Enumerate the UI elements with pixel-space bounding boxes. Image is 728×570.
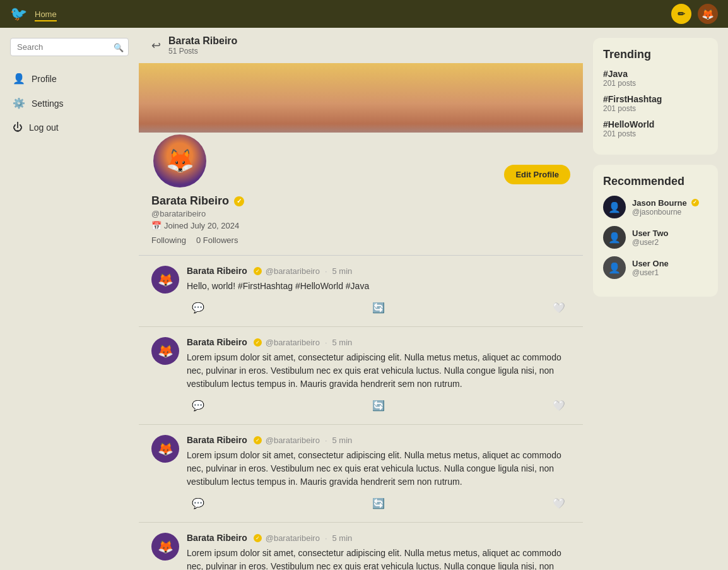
rec-user-info: User One @user1 <box>632 259 669 277</box>
comment-button[interactable]: 💬 <box>187 495 209 512</box>
post-time: 5 min <box>332 338 353 347</box>
recommended-user-item[interactable]: 👤 User Two @user2 <box>603 226 708 249</box>
trending-count: 201 posts <box>603 129 708 138</box>
post-avatar: 🦊 <box>151 337 179 365</box>
profile-avatar: 🦊 <box>151 133 208 189</box>
trending-hashtag: #HelloWorld <box>603 119 708 129</box>
trending-item[interactable]: #HelloWorld 201 posts <box>603 119 708 138</box>
followers-stat[interactable]: 0 Followers <box>196 235 238 245</box>
like-button[interactable]: 🤍 <box>548 299 570 316</box>
profile-name-header: Barata Ribeiro <box>168 35 237 47</box>
post-time: 5 min <box>332 266 353 276</box>
post-item: 🦊 Barata Ribeiro ✓ @barataribeiro · 5 mi… <box>139 523 583 570</box>
profile-avatar-row: 🦊 Edit Profile <box>151 133 570 189</box>
top-nav-right: ✏ 🦊 <box>671 4 718 24</box>
post-handle: @barataribeiro <box>266 266 320 276</box>
post-avatar: 🦊 <box>151 266 179 294</box>
rec-avatar: 👤 <box>603 196 626 218</box>
search-icon-button[interactable]: 🔍 <box>114 42 124 52</box>
search-input[interactable] <box>10 38 129 56</box>
trending-hashtag: #FirstHashtag <box>603 94 708 104</box>
rec-name: User Two <box>632 229 669 238</box>
posts-list: 🦊 Barata Ribeiro ✓ @barataribeiro · 5 mi… <box>139 256 583 570</box>
trending-item[interactable]: #Java 201 posts <box>603 69 708 88</box>
avatar-face-icon: 🦊 <box>153 134 206 187</box>
post-handle: @barataribeiro <box>266 338 320 347</box>
post-text: Lorem ipsum dolor sit amet, consectetur … <box>187 351 570 391</box>
post-content: Barata Ribeiro ✓ @barataribeiro · 5 min … <box>187 435 570 512</box>
post-item: 🦊 Barata Ribeiro ✓ @barataribeiro · 5 mi… <box>139 425 583 523</box>
recommended-items-list: 👤 Jason Bourne ✓ @jasonbourne 👤 User Two… <box>603 196 708 279</box>
comment-button[interactable]: 💬 <box>187 397 209 414</box>
post-header: Barata Ribeiro ✓ @barataribeiro · 5 min <box>187 533 570 543</box>
post-text: Lorem ipsum dolor sit amet, consectetur … <box>187 547 570 570</box>
dot-separator: · <box>325 436 327 445</box>
repost-button[interactable]: 🔄 <box>367 495 390 512</box>
profile-header-info: Barata Ribeiro 51 Posts <box>168 35 237 56</box>
post-handle: @barataribeiro <box>266 533 320 543</box>
rec-handle: @user1 <box>632 268 669 277</box>
post-author: Barata Ribeiro <box>187 266 247 276</box>
sidebar: 🔍 👤 Profile ⚙️ Settings ⏻ Log out <box>0 28 139 570</box>
trending-hashtag: #Java <box>603 69 708 79</box>
trending-item[interactable]: #FirstHashtag 201 posts <box>603 94 708 113</box>
logo-bird-icon: 🐦 <box>10 6 27 22</box>
post-handle: @barataribeiro <box>266 436 320 445</box>
profile-handle: @barataribeiro <box>151 209 570 218</box>
profile-top-bar: ↩ Barata Ribeiro 51 Posts <box>139 28 583 63</box>
post-header: Barata Ribeiro ✓ @barataribeiro · 5 min <box>187 435 570 445</box>
profile-display-name: Barata Ribeiro <box>151 194 229 208</box>
comment-button[interactable]: 💬 <box>187 299 209 316</box>
profile-icon: 👤 <box>13 73 25 85</box>
calendar-icon: 📅 <box>151 221 161 230</box>
profile-stats: Following 0 Followers <box>151 235 570 245</box>
back-button[interactable]: ↩ <box>151 39 161 52</box>
post-text: Hello, world! #FirstHashtag #HelloWorld … <box>187 280 570 293</box>
post-actions: 💬 🔄 🤍 <box>187 397 570 414</box>
recommended-box: Recommended 👤 Jason Bourne ✓ @jasonbourn… <box>593 165 718 297</box>
profile-info-section: 🦊 Edit Profile Barata Ribeiro ✓ @baratar… <box>139 133 583 255</box>
rec-avatar: 👤 <box>603 226 626 249</box>
post-content: Barata Ribeiro ✓ @barataribeiro · 5 min … <box>187 266 570 316</box>
trending-title: Trending <box>603 48 708 61</box>
repost-button[interactable]: 🔄 <box>367 397 390 414</box>
user-avatar-nav[interactable]: 🦊 <box>698 4 718 24</box>
verified-badge: ✓ <box>234 196 244 206</box>
sidebar-item-settings[interactable]: ⚙️ Settings <box>0 91 139 116</box>
like-button[interactable]: 🤍 <box>548 495 570 512</box>
sidebar-item-profile[interactable]: 👤 Profile <box>0 66 139 91</box>
edit-profile-button[interactable]: Edit Profile <box>504 165 570 184</box>
rec-name: Jason Bourne ✓ <box>632 198 699 208</box>
nav-home-link[interactable]: Home <box>35 9 57 19</box>
sidebar-item-label-logout: Log out <box>29 122 59 133</box>
search-box: 🔍 <box>10 38 129 56</box>
recommended-user-item[interactable]: 👤 User One @user1 <box>603 256 708 279</box>
post-time: 5 min <box>332 436 353 445</box>
post-text: Lorem ipsum dolor sit amet, consectetur … <box>187 449 570 489</box>
rec-handle: @jasonbourne <box>632 208 699 217</box>
rec-name: User One <box>632 259 669 268</box>
rec-user-info: User Two @user2 <box>632 229 669 247</box>
post-content: Barata Ribeiro ✓ @barataribeiro · 5 min … <box>187 533 570 570</box>
rec-handle: @user2 <box>632 238 669 247</box>
post-verified-badge: ✓ <box>254 436 262 444</box>
post-verified-badge: ✓ <box>254 267 262 275</box>
post-actions: 💬 🔄 🤍 <box>187 495 570 512</box>
post-author: Barata Ribeiro <box>187 435 247 445</box>
dot-separator: · <box>325 338 327 347</box>
sidebar-item-logout[interactable]: ⏻ Log out <box>0 116 139 140</box>
post-avatar: 🦊 <box>151 533 179 561</box>
post-actions: 💬 🔄 🤍 <box>187 299 570 316</box>
following-stat[interactable]: Following <box>151 235 186 245</box>
post-header: Barata Ribeiro ✓ @barataribeiro · 5 min <box>187 266 570 276</box>
post-verified-badge: ✓ <box>254 534 262 542</box>
recommended-title: Recommended <box>603 175 708 188</box>
like-button[interactable]: 🤍 <box>548 397 570 414</box>
recommended-user-item[interactable]: 👤 Jason Bourne ✓ @jasonbourne <box>603 196 708 218</box>
main-layout: 🔍 👤 Profile ⚙️ Settings ⏻ Log out ↩ Bara… <box>0 28 728 570</box>
edit-nav-button[interactable]: ✏ <box>671 4 691 24</box>
repost-button[interactable]: 🔄 <box>367 299 390 316</box>
post-header: Barata Ribeiro ✓ @barataribeiro · 5 min <box>187 337 570 347</box>
profile-joined: 📅 Joined July 20, 2024 <box>151 221 570 230</box>
rec-user-info: Jason Bourne ✓ @jasonbourne <box>632 198 699 217</box>
